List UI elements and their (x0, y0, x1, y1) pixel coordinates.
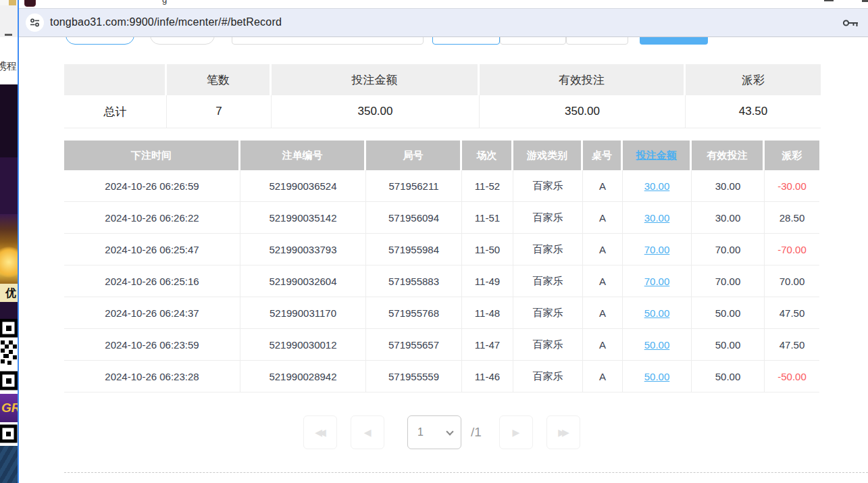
order-id-cell: 521990035142 (240, 202, 366, 234)
header-bet-time: 下注时间 (64, 141, 240, 170)
bet-amount-link[interactable]: 50.00 (623, 329, 692, 361)
brand-label: GR (0, 394, 18, 422)
gold-coin-glow (0, 247, 18, 278)
table-row: 2024-10-26 06:26:22 521990035142 5719560… (64, 202, 819, 234)
table-row: 2024-10-26 06:24:37 521990031170 5719557… (64, 297, 819, 329)
header-order-id: 注单编号 (240, 141, 366, 170)
session-cell: 11-47 (462, 329, 513, 361)
filter-select-2[interactable] (566, 37, 628, 45)
tune-icon (30, 18, 40, 28)
summary-header-payout: 派彩 (686, 64, 821, 95)
order-id-cell: 521990030012 (240, 329, 366, 361)
header-valid-bet: 有效投注 (692, 141, 765, 170)
bg-dark-band-1 (0, 84, 18, 157)
table-no-cell: A (583, 297, 623, 329)
pagination-last-button[interactable]: ▶▶ (546, 415, 580, 449)
header-payout: 派彩 (765, 141, 819, 170)
session-cell: 11-49 (462, 265, 513, 297)
background-window-strip: 携程 优 GR (0, 0, 18, 483)
filter-select-active[interactable] (432, 37, 500, 45)
session-cell: 11-46 (462, 361, 513, 392)
summary-header-valid-bet: 有效投注 (480, 64, 686, 95)
table-no-cell: A (583, 361, 623, 392)
summary-bet-amount-value: 350.00 (272, 95, 480, 128)
maximize-icon[interactable] (824, 0, 834, 1)
address-bar[interactable]: tongbao31.com:9900/infe/mcenter/#/betRec… (19, 8, 868, 37)
game-type-cell: 百家乐 (513, 170, 583, 202)
round-id-cell: 571955768 (366, 297, 462, 329)
table-no-cell: A (583, 265, 623, 297)
payout-cell: -30.00 (765, 170, 819, 202)
session-cell: 11-50 (462, 234, 513, 265)
payout-cell: -50.00 (765, 361, 819, 392)
pagination-prev-button[interactable]: ◀ (351, 415, 384, 449)
valid-bet-cell: 30.00 (692, 202, 765, 234)
bet-record-page: 笔数 投注金额 有效投注 派彩 总计 7 350.00 350.00 43.50… (19, 37, 868, 483)
bet-amount-link[interactable]: 70.00 (623, 265, 692, 297)
summary-header-empty (64, 64, 167, 95)
bg-strip-light-fragment (0, 5, 18, 37)
table-row: 2024-10-26 06:25:16 521990032604 5719558… (64, 265, 819, 297)
pagination: ◀◀ ◀ 1 /1 ▶ ▶▶ (64, 415, 819, 449)
summary-header-count: 笔数 (167, 64, 272, 95)
bg-dark-band-3 (0, 302, 18, 319)
payout-cell: 47.50 (765, 329, 819, 361)
summary-total-label: 总计 (64, 95, 167, 128)
promo-image-fragment (0, 214, 18, 284)
filter-tab-active-button[interactable] (66, 37, 134, 45)
header-game-type: 游戏类别 (513, 141, 583, 170)
bet-amount-link[interactable]: 30.00 (623, 170, 692, 202)
round-id-cell: 571956211 (366, 170, 462, 202)
valid-bet-cell: 50.00 (692, 297, 765, 329)
qr-code-fragment-top (0, 319, 18, 394)
table-no-cell: A (583, 202, 623, 234)
chevron-down-icon (446, 428, 453, 435)
game-type-cell: 百家乐 (513, 234, 583, 265)
url-text[interactable]: tongbao31.com:9900/infe/mcenter/#/betRec… (50, 16, 282, 28)
valid-bet-cell: 30.00 (692, 170, 765, 202)
summary-table: 笔数 投注金额 有效投注 派彩 总计 7 350.00 350.00 43.50 (64, 64, 821, 128)
summary-payout-value: 43.50 (686, 95, 821, 128)
table-no-cell: A (583, 234, 623, 265)
tab-title-fragment: g (162, 0, 167, 5)
page-select[interactable]: 1 (407, 415, 461, 449)
summary-header-bet-amount: 投注金额 (272, 64, 480, 95)
site-info-button[interactable] (26, 14, 44, 32)
table-row: 2024-10-26 06:23:28 521990028942 5719555… (64, 361, 819, 392)
summary-count-value: 7 (167, 95, 272, 128)
payout-cell: -70.00 (765, 234, 819, 265)
bet-time-cell: 2024-10-26 06:24:37 (64, 297, 240, 329)
filter-select-1[interactable] (500, 37, 566, 45)
pagination-first-button[interactable]: ◀◀ (303, 415, 337, 449)
summary-header-row: 笔数 投注金额 有效投注 派彩 (64, 64, 821, 95)
bet-time-cell: 2024-10-26 06:26:59 (64, 170, 240, 202)
bet-time-cell: 2024-10-26 06:25:16 (64, 265, 240, 297)
header-round-id: 局号 (366, 141, 462, 170)
bet-amount-link[interactable]: 50.00 (623, 361, 692, 392)
browser-tab-bar[interactable]: g (19, 0, 868, 8)
browser-window: g tongbao31.com:9900/infe/mcenter/#/betR… (18, 0, 868, 483)
page-select-value: 1 (417, 426, 424, 438)
bet-amount-link[interactable]: 70.00 (623, 234, 692, 265)
bet-amount-link[interactable]: 50.00 (623, 297, 692, 329)
filter-bar-clipped (19, 37, 868, 45)
bet-time-cell: 2024-10-26 06:26:22 (64, 202, 240, 234)
search-button[interactable] (640, 37, 708, 45)
filter-text-input[interactable] (232, 37, 424, 45)
round-id-cell: 571956094 (366, 202, 462, 234)
header-table-no: 桌号 (583, 141, 623, 170)
close-icon[interactable] (862, 0, 868, 2)
bet-amount-link[interactable]: 30.00 (623, 202, 692, 234)
total-pages-label: /1 (471, 425, 482, 440)
table-no-cell: A (583, 170, 623, 202)
pagination-next-button[interactable]: ▶ (499, 415, 533, 449)
summary-valid-bet-value: 350.00 (480, 95, 686, 128)
screen: 携程 优 GR (0, 0, 868, 483)
game-type-cell: 百家乐 (513, 329, 583, 361)
filter-tab-button[interactable] (150, 37, 215, 45)
payout-cell: 70.00 (765, 265, 819, 297)
round-id-cell: 571955984 (366, 234, 462, 265)
summary-total-row: 总计 7 350.00 350.00 43.50 (64, 95, 821, 128)
password-key-button[interactable] (842, 16, 859, 30)
game-type-cell: 百家乐 (513, 265, 583, 297)
